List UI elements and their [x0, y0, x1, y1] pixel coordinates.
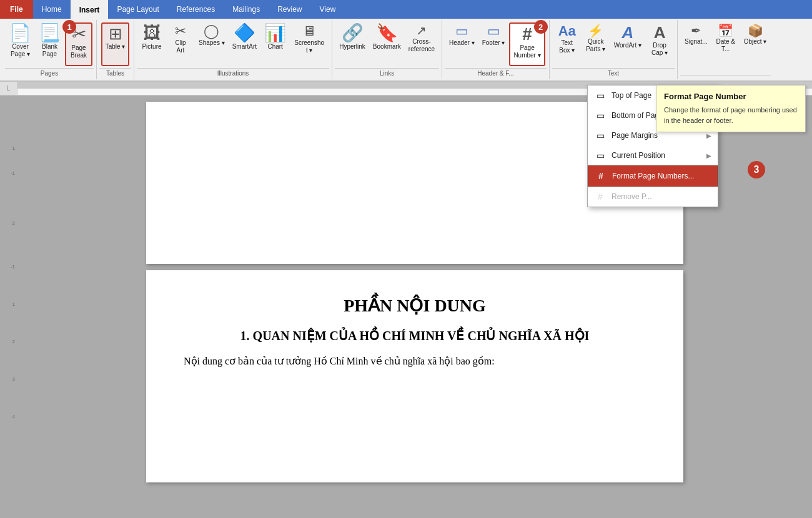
text-box-button[interactable]: Aa TextBox ▾ [553, 22, 581, 66]
cross-ref-icon: ↗ [416, 24, 427, 37]
screenshot-button[interactable]: 🖥 Screenshot ▾ [290, 22, 328, 66]
picture-icon: 🖼 [143, 24, 161, 42]
footer-button[interactable]: ▭ Footer ▾ [479, 22, 508, 66]
picture-button[interactable]: 🖼 Picture [138, 22, 166, 66]
clip-art-button[interactable]: ✂ ClipArt [167, 22, 194, 66]
shapes-icon: ◯ [204, 24, 219, 38]
bookmark-label: Bookmark [373, 43, 401, 51]
cross-ref-label: Cross-reference [408, 38, 435, 53]
remove-page-numbers-icon: # [594, 190, 607, 203]
table-button[interactable]: ⊞ Table ▾ [101, 22, 130, 66]
format-page-numbers-icon: # [595, 170, 607, 182]
format-page-numbers-item[interactable]: # Format Page Numbers... [588, 165, 718, 187]
shapes-button[interactable]: ◯ Shapes ▾ [196, 22, 228, 66]
tab-page-layout[interactable]: Page Layout [108, 0, 167, 19]
ruler-mark-5: 1 [12, 301, 15, 307]
group-symbols: ✒ Signat... 📅 Date &T... 📦 Object ▾ [678, 20, 773, 79]
format-page-numbers-label: Format Page Numbers... [612, 172, 711, 180]
date-time-button[interactable]: 📅 Date &T... [712, 22, 740, 66]
group-illustrations: 🖼 Picture ✂ ClipArt ◯ Shapes ▾ 🔷 SmartAr… [134, 20, 332, 79]
quick-parts-button[interactable]: ⚡ QuickParts ▾ [582, 22, 610, 66]
signature-label: Signat... [685, 38, 708, 46]
screenshot-label: Screenshot ▾ [294, 39, 325, 54]
tab-references[interactable]: References [168, 0, 224, 19]
text-group-label: Text [552, 68, 675, 78]
wordart-button[interactable]: A WordArt ▾ [611, 22, 645, 66]
group-tables: ⊞ Table ▾ Tables [97, 20, 134, 79]
header-label: Header ▾ [449, 39, 475, 47]
smartart-button[interactable]: 🔷 SmartArt [229, 22, 260, 66]
wordart-icon: A [621, 24, 633, 41]
chart-icon: 📊 [264, 24, 286, 42]
quick-parts-icon: ⚡ [588, 24, 603, 37]
remove-page-numbers-label: Remove P... [611, 192, 711, 201]
date-time-icon: 📅 [718, 24, 733, 37]
symbols-group-label [680, 75, 771, 78]
tooltip-text: Change the format of page numbering used… [664, 105, 798, 125]
page-break-button[interactable]: 1 ✂ PageBreak [65, 22, 92, 66]
current-position-label: Current Position [611, 151, 706, 160]
tab-mailings[interactable]: Mailings [224, 0, 269, 19]
ruler-mark-3: 2 [12, 220, 15, 226]
tab-review[interactable]: Review [269, 0, 310, 19]
remove-page-numbers-item: # Remove P... [588, 187, 718, 207]
blank-page-label: BlankPage [42, 43, 57, 58]
text-box-label: TextBox ▾ [559, 39, 575, 54]
bottom-of-page-icon: ▭ [594, 109, 607, 122]
date-time-label: Date &T... [716, 38, 735, 53]
footer-icon: ▭ [487, 24, 500, 38]
header-button[interactable]: ▭ Header ▾ [446, 22, 478, 66]
bookmark-button[interactable]: 🔖 Bookmark [370, 22, 404, 66]
tab-view[interactable]: View [311, 0, 345, 19]
drop-cap-button[interactable]: A DropCap ▾ [646, 22, 673, 66]
smartart-label: SmartArt [232, 43, 257, 51]
blank-page-icon: 📃 [39, 24, 61, 42]
ruler-mark-2: -1 [11, 170, 15, 176]
chart-button[interactable]: 📊 Chart [261, 22, 289, 66]
picture-label: Picture [142, 43, 161, 51]
page-number-button[interactable]: 2 # PageNumber ▾ [509, 22, 545, 66]
pages-group-label: Pages [5, 68, 94, 78]
cover-page-label: CoverPage ▾ [11, 43, 30, 58]
left-ruler: 1 -1 2 -1 1 2 3 4 [0, 95, 17, 515]
current-position-icon: ▭ [594, 149, 607, 162]
tab-home[interactable]: Home [33, 0, 71, 19]
ruler-corner: L [0, 82, 17, 95]
signature-button[interactable]: ✒ Signat... [681, 22, 711, 66]
page-number-label: PageNumber ▾ [513, 44, 540, 59]
illustrations-group-label: Illustrations [137, 68, 329, 78]
object-button[interactable]: 📦 Object ▾ [741, 22, 770, 66]
header-icon: ▭ [455, 24, 468, 38]
object-icon: 📦 [748, 24, 763, 37]
current-position-arrow: ▶ [706, 152, 711, 159]
drop-cap-icon: A [654, 24, 666, 41]
group-text: Aa TextBox ▾ ⚡ QuickParts ▾ A WordArt ▾ … [550, 20, 678, 79]
ruler-mark-1: 1 [12, 145, 15, 151]
doc-heading-sub: 1. QUAN NIỆM CỦA HỒ CHÍ MINH VỀ CHỦ NGHĨ… [184, 328, 646, 343]
step1-badge: 1 [62, 20, 76, 34]
current-position-item[interactable]: ▭ Current Position ▶ [588, 145, 718, 165]
chart-label: Chart [267, 43, 282, 51]
format-page-number-tooltip: Format Page Number Change the format of … [656, 85, 806, 132]
links-group-label: Links [335, 68, 439, 78]
doc-page-2: PHẦN NỘI DUNG 1. QUAN NIỆM CỦA HỒ CHÍ MI… [146, 270, 683, 482]
top-of-page-icon: ▭ [594, 89, 607, 102]
page-margins-arrow: ▶ [706, 132, 711, 139]
tab-file[interactable]: File [0, 0, 33, 19]
tab-insert[interactable]: Insert [71, 0, 109, 19]
tooltip-title: Format Page Number [664, 92, 798, 101]
hyperlink-label: Hyperlink [339, 43, 365, 51]
cover-page-button[interactable]: 📄 CoverPage ▾ [6, 22, 34, 66]
ruler-mark-6: 2 [12, 339, 15, 345]
ruler-mark-4: -1 [11, 264, 15, 270]
group-header-footer: ▭ Header ▾ ▭ Footer ▾ 2 # PageNumber ▾ H… [442, 20, 550, 79]
cover-page-icon: 📄 [9, 24, 31, 42]
table-label: Table ▾ [106, 43, 126, 51]
screenshot-icon: 🖥 [302, 24, 316, 38]
hyperlink-button[interactable]: 🔗 Hyperlink [336, 22, 369, 66]
cross-ref-button[interactable]: ↗ Cross-reference [405, 22, 438, 66]
blank-page-button[interactable]: 📃 BlankPage [36, 22, 64, 66]
ruler-mark-7: 3 [12, 376, 15, 382]
text-box-icon: Aa [558, 24, 576, 38]
shapes-label: Shapes ▾ [199, 39, 225, 47]
